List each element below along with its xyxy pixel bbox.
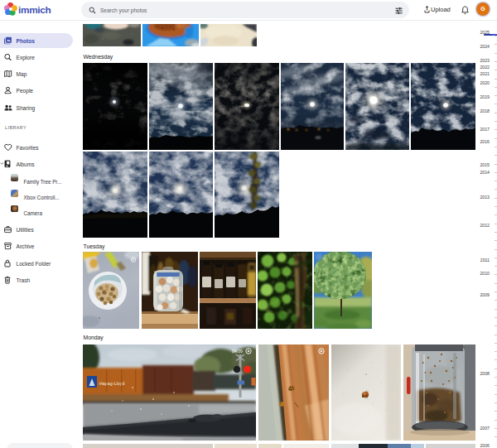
svg-text:Hapag-Lloyd: Hapag-Lloyd [99, 381, 125, 386]
svg-text:04:09: 04:09 [232, 349, 243, 354]
